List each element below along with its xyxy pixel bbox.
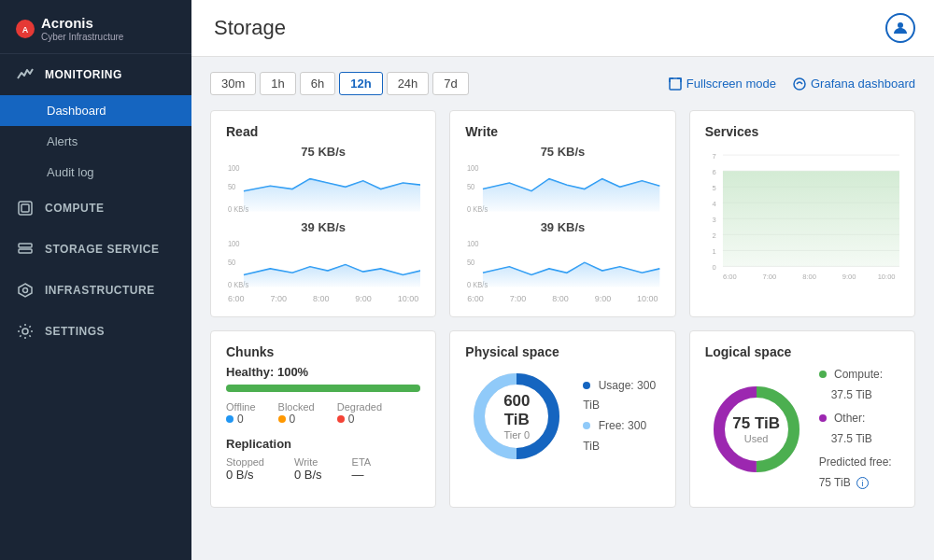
write-bottom-chart: 100 50 0 KB/s [465, 236, 659, 292]
svg-text:5: 5 [712, 184, 715, 192]
services-card-title: Services [705, 124, 899, 139]
time-btn-30m[interactable]: 30m [210, 72, 256, 95]
main-content: Storage 30m 1h 6h 12h 24h 7d Fullscreen … [191, 0, 934, 560]
acronis-logo-icon: A [15, 19, 35, 39]
time-btn-12h[interactable]: 12h [339, 72, 382, 95]
infrastructure-icon [17, 282, 34, 299]
svg-point-11 [794, 78, 805, 90]
sidebar-item-compute[interactable]: COMPUTE [0, 188, 191, 229]
physical-space-card: Physical space 600 TiB [449, 330, 675, 508]
svg-text:10:00: 10:00 [877, 273, 895, 281]
other-dot [819, 414, 827, 422]
write-top-value: 75 KB/s [465, 145, 659, 159]
svg-point-8 [22, 329, 28, 334]
sidebar-item-dashboard[interactable]: Dashboard [0, 95, 191, 126]
services-chart: 7 6 5 4 3 2 1 0 [705, 145, 899, 285]
user-avatar-button[interactable] [885, 13, 915, 43]
svg-text:50: 50 [228, 182, 236, 191]
blocked-dot [278, 415, 286, 423]
svg-text:100: 100 [228, 163, 240, 173]
logo-sub: Cyber Infrastructure [41, 32, 123, 42]
svg-text:100: 100 [228, 239, 240, 248]
sidebar-item-audit-log[interactable]: Audit log [0, 157, 191, 188]
svg-text:100: 100 [467, 163, 479, 173]
time-btn-6h[interactable]: 6h [300, 72, 335, 95]
read-bottom-chart: 100 50 0 KB/s [226, 236, 420, 292]
chunks-progress-fill [226, 385, 420, 392]
logical-space-donut-row: 75 TiB Used Compute: 37.5 TiB Other: [705, 365, 899, 494]
storage-icon [17, 241, 34, 258]
offline-dot [226, 415, 234, 423]
svg-text:0: 0 [712, 263, 715, 272]
top-bar: Storage [191, 0, 934, 57]
time-range-bar: 30m 1h 6h 12h 24h 7d Fullscreen mode Gra… [210, 72, 915, 95]
rep-write: Write 0 B/s [294, 456, 322, 482]
logical-space-legend: Compute: 37.5 TiB Other: 37.5 TiB Predic… [819, 365, 892, 494]
svg-text:A: A [22, 25, 29, 35]
svg-marker-44 [723, 171, 899, 266]
svg-point-9 [898, 22, 903, 28]
fullscreen-mode-link[interactable]: Fullscreen mode [669, 77, 776, 91]
physical-donut-label: 600 TiB Tier 0 [491, 392, 543, 441]
compute-icon [17, 200, 34, 217]
logical-space-title: Logical space [705, 344, 899, 359]
svg-text:7:00: 7:00 [762, 273, 776, 281]
logo-main: Acronis [41, 15, 93, 31]
cards-grid: Read 75 KB/s 100 50 0 KB/s 39 KB/s 100 5… [210, 110, 915, 508]
physical-space-legend: Usage: 300 TiB Free: 300 TiB [583, 376, 659, 456]
replication-title: Replication [226, 437, 420, 451]
svg-text:6: 6 [712, 168, 715, 176]
svg-marker-23 [483, 179, 659, 212]
sidebar-item-settings[interactable]: SETTINGS [0, 311, 191, 352]
write-bottom-value: 39 KB/s [465, 220, 659, 234]
rep-eta: ETA — [352, 456, 372, 482]
chunks-offline: Offline 0 [226, 401, 256, 426]
usage-dot [583, 382, 590, 389]
svg-text:50: 50 [467, 258, 475, 267]
sidebar-logo: A Acronis Cyber Infrastructure [0, 0, 191, 54]
svg-text:1: 1 [712, 247, 715, 256]
sidebar-item-monitoring[interactable]: MONITORING [0, 54, 191, 95]
sidebar: A Acronis Cyber Infrastructure MONITORIN… [0, 0, 191, 560]
chunks-status-row: Offline 0 Blocked 0 Degraded 0 [226, 401, 420, 426]
write-card: Write 75 KB/s 100 50 0 KB/s 39 KB/s 100 … [449, 110, 675, 317]
page-title: Storage [214, 16, 286, 40]
svg-text:3: 3 [712, 216, 715, 224]
chunks-blocked: Blocked 0 [278, 401, 315, 426]
physical-space-title: Physical space [465, 344, 659, 359]
degraded-dot [337, 415, 345, 423]
svg-rect-4 [19, 244, 32, 247]
svg-text:4: 4 [712, 200, 715, 208]
grafana-icon [793, 77, 806, 91]
write-top-chart: 100 50 0 KB/s [465, 161, 659, 217]
time-range-buttons: 30m 1h 6h 12h 24h 7d [210, 72, 469, 95]
compute-dot [819, 371, 827, 378]
top-bar-right [885, 13, 915, 43]
time-btn-7d[interactable]: 7d [432, 72, 468, 95]
svg-text:6:00: 6:00 [723, 273, 737, 281]
chunks-card-title: Chunks [226, 344, 420, 359]
time-btn-1h[interactable]: 1h [260, 72, 295, 95]
time-btn-24h[interactable]: 24h [387, 72, 430, 95]
physical-space-donut: 600 TiB Tier 0 [465, 365, 568, 468]
sidebar-item-storage-service[interactable]: STORAGE SERVICE [0, 229, 191, 270]
chunks-degraded: Degraded 0 [337, 401, 382, 426]
svg-text:2: 2 [712, 231, 715, 240]
sidebar-item-alerts[interactable]: Alerts [0, 126, 191, 157]
read-card-title: Read [226, 124, 420, 139]
services-card: Services 7 6 5 4 3 2 1 0 [689, 110, 915, 317]
predicted-info-icon[interactable]: i [856, 477, 869, 489]
grafana-dashboard-link[interactable]: Grafana dashboard [793, 77, 915, 91]
write-card-title: Write [465, 124, 659, 139]
sidebar-item-infrastructure[interactable]: INFRASTRUCTURE [0, 270, 191, 311]
chunks-healthy-label: Healthy: 100% [226, 365, 420, 379]
read-card: Read 75 KB/s 100 50 0 KB/s 39 KB/s 100 5… [210, 110, 436, 317]
read-x-axis: 6:00 7:00 8:00 9:00 10:00 [226, 294, 420, 303]
svg-rect-2 [19, 202, 32, 215]
free-dot [583, 422, 590, 429]
svg-rect-10 [670, 78, 681, 90]
svg-text:9:00: 9:00 [842, 273, 856, 281]
physical-space-donut-row: 600 TiB Tier 0 Usage: 300 TiB Free: [465, 365, 659, 468]
svg-text:8:00: 8:00 [802, 273, 816, 281]
logical-donut-label: 75 TiB Used [732, 414, 780, 444]
